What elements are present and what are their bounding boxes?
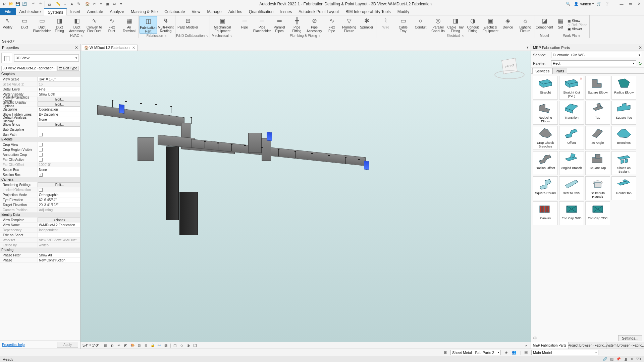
prop-edit-button[interactable]: Edit... — [38, 182, 80, 187]
part-breeches[interactable]: Breeches — [611, 126, 636, 150]
prop-group-phasing[interactable]: Phasing — [0, 248, 80, 253]
rendering-icon[interactable]: 🎨 — [130, 343, 135, 348]
undo-icon[interactable]: ↶ — [31, 1, 37, 7]
prop-edit-button[interactable]: <None> — [38, 218, 80, 222]
part-remove-icon[interactable]: ✕ — [580, 77, 582, 80]
viewer-button[interactable]: ▣Viewer — [568, 27, 587, 31]
prop-value[interactable]: Orthographic — [38, 192, 80, 197]
tab-services[interactable]: Services — [532, 68, 552, 74]
prop-checkbox[interactable] — [38, 152, 80, 157]
mechanical-equipment-button[interactable]: ▣MechanicalEquipment — [211, 16, 234, 34]
flex-pipe-button[interactable]: ∿FlexPipe — [323, 16, 340, 34]
electrical-equipment-button[interactable]: ▣ElectricalEquipment — [482, 16, 499, 34]
worksets-icon[interactable]: ⊞ — [442, 350, 448, 355]
fabrication-parts-grid[interactable]: Straight✕Straight Cut (2xL)Square ElbowR… — [531, 74, 644, 334]
reveal-icon[interactable]: ▩ — [164, 343, 168, 348]
analytical-icon[interactable]: ◇ — [179, 343, 184, 348]
part-radius-elbow[interactable]: Radius Elbow — [611, 76, 636, 100]
redo-icon[interactable]: ↷ — [37, 1, 43, 7]
duct-fitting-button[interactable]: ◨DuctFitting — [51, 16, 68, 34]
prop-value[interactable] — [38, 233, 80, 237]
panel-launcher-icon[interactable]: ↘ — [205, 34, 209, 38]
panel-launcher-icon[interactable]: ↘ — [461, 34, 465, 38]
crop-vis-icon[interactable]: ⊞ — [144, 343, 148, 348]
ribbon-tab-issues[interactable]: Issues — [277, 8, 296, 15]
filter-icon[interactable]: ∇0 — [636, 357, 641, 362]
duct-button[interactable]: ▭Duct — [16, 16, 33, 34]
part-end-cap-s-d[interactable]: End Cap S&D — [559, 201, 584, 225]
switch-win-icon[interactable]: ⧉ — [111, 1, 117, 7]
sync-icon[interactable]: 🔄 — [21, 1, 28, 7]
plumbing-fixture-button[interactable]: ▽PlumbingFixture — [340, 16, 358, 34]
prop-value[interactable]: Show Both — [38, 92, 80, 97]
part-transition[interactable]: Transition — [559, 101, 584, 125]
section-icon[interactable]: ✂ — [91, 1, 97, 7]
prop-value[interactable]: 62' 6 45/64" — [38, 197, 80, 202]
properties-type-selector[interactable]: ◫ 3D View▾ — [0, 51, 80, 65]
component-button[interactable]: ◪Component — [536, 16, 553, 34]
panel-launcher-icon[interactable]: ↘ — [318, 34, 321, 38]
ribbon-tab-collaborate[interactable]: Collaborate — [161, 8, 188, 15]
panel-launcher-icon[interactable]: ↘ — [229, 34, 233, 38]
measure-icon[interactable]: 📏 — [55, 1, 61, 7]
qat-dropdown-icon[interactable]: ▾ — [118, 1, 124, 7]
window-close-icon[interactable]: ✕ — [636, 1, 642, 7]
part-45-angle[interactable]: 45 Angle — [585, 126, 610, 150]
set-button[interactable]: ▦Set — [555, 16, 566, 34]
ribbon-tab-autodesk-point-layout[interactable]: Autodesk Point Layout — [295, 8, 342, 15]
panel-launcher-icon[interactable]: ↘ — [80, 34, 84, 38]
lighting-fixture-button[interactable]: ☼LightingFixture — [517, 16, 534, 34]
select-pinned-icon[interactable]: 📌 — [616, 357, 621, 362]
cable-tray-button[interactable]: ▭CableTray — [394, 16, 412, 34]
part-square-elbow[interactable]: Square Elbow — [585, 76, 610, 100]
apply-button[interactable]: Apply — [57, 342, 78, 348]
btab-projectbrowser[interactable]: Project Browser - Fabric... — [569, 342, 606, 349]
drag-elements-icon[interactable]: ✥ — [629, 357, 635, 362]
part-rect-to-oval[interactable]: Rect to Oval — [559, 176, 584, 200]
prop-edit-button[interactable]: Edit... — [38, 102, 80, 107]
duct-accessory-button[interactable]: ◧DuctAccessory — [68, 16, 86, 34]
part-square-tap[interactable]: Square Tap — [585, 151, 610, 175]
user-menu[interactable]: 👤 whiteb ▾ — [574, 1, 594, 7]
modify-button[interactable]: ↖ Modify — [1, 16, 14, 34]
flex-duct-button[interactable]: ∿FlexDuct — [103, 16, 120, 34]
prop-value[interactable]: By Discipline — [38, 112, 80, 117]
prop-group-extents[interactable]: Extents — [0, 137, 80, 142]
ribbon-tab-systems[interactable]: Systems — [44, 8, 67, 15]
tag-icon[interactable]: A — [69, 1, 75, 7]
default3d-icon[interactable]: 🏠 — [85, 1, 91, 7]
part-reducing-elbow[interactable]: Reducing Elbow — [533, 101, 558, 125]
btab-systembrowser[interactable]: System Browser - Fabric... — [606, 342, 644, 349]
part-straight[interactable]: Straight — [533, 76, 558, 100]
design-options-icon[interactable]: ▤ — [523, 350, 529, 355]
unlock-icon[interactable]: 🔓 — [150, 343, 155, 348]
file-tab[interactable]: File — [0, 8, 16, 15]
part-round-tap[interactable]: Round Tap — [611, 176, 636, 200]
view-tab-close-icon[interactable]: ✕ — [131, 46, 135, 50]
view-canvas[interactable]: FRONT — [80, 51, 531, 342]
properties-scroll[interactable]: GraphicsView Scale3/4" = 1'-0"Scale Valu… — [0, 72, 80, 341]
view-tabs-menu-icon[interactable]: ▾ — [527, 45, 529, 50]
part-square-round[interactable]: Square-Round — [533, 176, 558, 200]
part-radius-offset[interactable]: Radius Offset — [533, 151, 558, 175]
part-end-cap-tdc[interactable]: End Cap TDC — [585, 201, 610, 225]
ribbon-tab-modify[interactable]: Modify — [394, 8, 413, 15]
part-drop-cheek-breeches[interactable]: Drop Cheek Breeches — [533, 126, 558, 150]
ribbon-tab-annotate[interactable]: Annotate — [84, 8, 106, 15]
part-canvas[interactable]: Canvas — [533, 201, 558, 225]
editable-only-icon[interactable]: ◈ — [503, 350, 509, 355]
edit-type-button[interactable]: 🗔Edit Type — [57, 66, 79, 71]
pipe-button[interactable]: ─Pipe — [236, 16, 253, 34]
window-restore-icon[interactable]: ▭ — [627, 1, 633, 7]
text-icon[interactable]: ✎ — [75, 1, 82, 7]
ribbon-tab-view[interactable]: View — [189, 8, 204, 15]
prop-value[interactable]: None — [38, 117, 80, 122]
prop-value[interactable]: Coordination — [38, 107, 80, 112]
ribbon-tab-analyze[interactable]: Analyze — [106, 8, 127, 15]
prop-checkbox[interactable] — [38, 132, 80, 137]
prop-checkbox[interactable] — [38, 147, 80, 152]
thinlines-icon[interactable]: ≡ — [98, 1, 104, 7]
ribbon-tab-quantification[interactable]: Quantification — [246, 8, 277, 15]
select-underlay-icon[interactable]: ▨ — [609, 357, 614, 362]
fabrication-settings-button[interactable]: Settings... — [618, 335, 642, 341]
